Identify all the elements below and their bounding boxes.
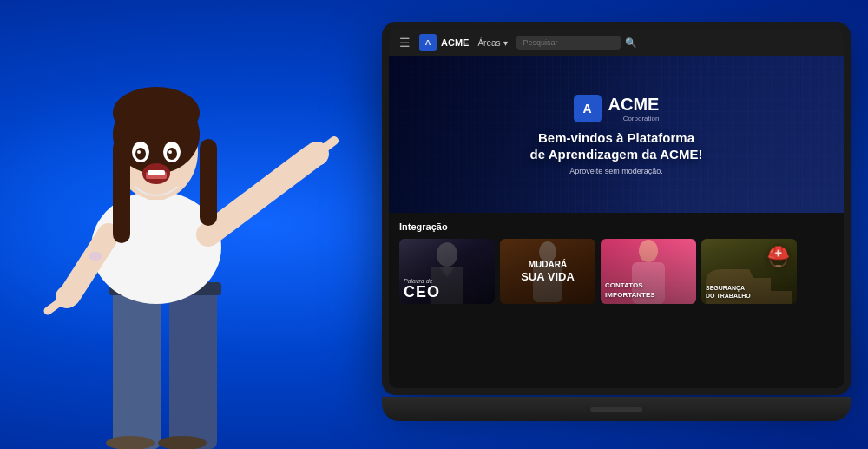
nav-logo-letter: A: [425, 38, 431, 47]
nav-logo: A ACME: [419, 34, 469, 51]
hero-logo-names: ACME Corporation: [608, 95, 660, 122]
svg-point-20: [137, 150, 141, 154]
card-vida[interactable]: MUDARÁ SUA VIDA: [500, 239, 595, 304]
laptop-notch: [590, 407, 642, 412]
card-contatos-overlay: CONTATOSIMPORTANTES: [601, 239, 696, 304]
card-seguranca[interactable]: ⛑️ SEGURANÇADO TRABALHO: [701, 239, 797, 304]
card-seguranca-overlay: SEGURANÇADO TRABALHO: [701, 239, 797, 304]
laptop-screen: ☰ A ACME Áreas ▾ 🔍: [389, 29, 844, 388]
svg-rect-14: [200, 139, 217, 226]
card-contatos[interactable]: CONTATOSIMPORTANTES: [601, 239, 696, 304]
hero-content: A ACME Corporation Bem-vindos à Platafor…: [530, 95, 703, 175]
hero-company-sub: Corporation: [608, 115, 660, 122]
contatos-card-title: CONTATOSIMPORTANTES: [605, 281, 692, 300]
svg-point-15: [113, 87, 200, 139]
section-title: Integração: [399, 221, 833, 232]
hero-logo: A ACME Corporation: [530, 95, 703, 122]
svg-rect-24: [148, 170, 165, 175]
nav-logo-text: ACME: [441, 37, 469, 48]
nav-areas-button[interactable]: Áreas ▾: [477, 38, 507, 48]
svg-point-25: [89, 252, 102, 261]
svg-point-19: [167, 148, 177, 160]
hero-title: Bem-vindos à Plataforma de Aprendizagem …: [530, 129, 703, 163]
nav-search-container: 🔍: [516, 36, 833, 50]
nav-logo-box: A: [419, 34, 437, 51]
laptop-screen-outer: ☰ A ACME Áreas ▾ 🔍: [382, 22, 851, 395]
search-button[interactable]: 🔍: [625, 37, 637, 49]
svg-rect-1: [169, 287, 217, 449]
card-ceo[interactable]: Palavra de CEO: [399, 239, 495, 304]
navbar: ☰ A ACME Áreas ▾ 🔍: [389, 29, 844, 56]
card-vida-overlay: MUDARÁ SUA VIDA: [500, 239, 595, 304]
nav-areas-label: Áreas: [477, 38, 500, 48]
hero-logo-box: A: [574, 95, 602, 122]
nav-areas-chevron: ▾: [503, 38, 508, 48]
svg-rect-13: [113, 139, 130, 243]
ceo-card-title: CEO: [404, 284, 490, 300]
svg-point-18: [135, 148, 146, 160]
cards-row: Palavra de CEO: [399, 239, 833, 304]
laptop-base: [382, 397, 851, 421]
person-figure: [0, 0, 365, 449]
hero-subtitle: Aproveite sem moderação.: [530, 167, 703, 175]
content-area: Integração: [389, 213, 844, 388]
hero-company-name: ACME: [608, 95, 660, 115]
vida-card-text2: SUA VIDA: [521, 270, 575, 283]
hero-logo-letter: A: [582, 102, 591, 116]
svg-line-4: [208, 156, 312, 234]
seguranca-card-title: SEGURANÇADO TRABALHO: [706, 284, 792, 300]
vida-card-text1: MUDARÁ: [529, 260, 567, 270]
laptop: ☰ A ACME Áreas ▾ 🔍: [382, 22, 859, 421]
card-ceo-overlay: Palavra de CEO: [399, 239, 495, 304]
hero-banner: A ACME Corporation Bem-vindos à Platafor…: [389, 56, 844, 213]
svg-point-21: [168, 150, 172, 154]
search-input[interactable]: [516, 36, 621, 50]
svg-rect-0: [113, 287, 161, 449]
menu-icon[interactable]: ☰: [399, 36, 411, 50]
